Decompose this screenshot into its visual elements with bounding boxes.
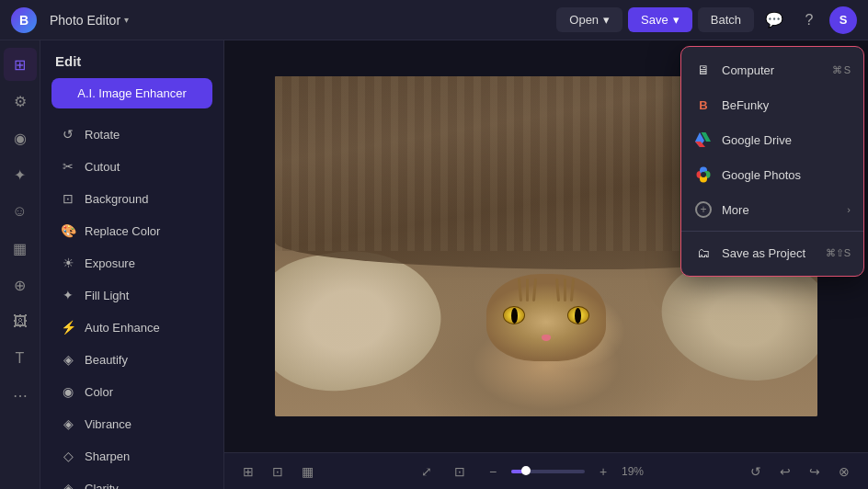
restore-button[interactable]: ↺	[743, 459, 769, 484]
bottom-left-tools: ⊞ ⊡ ▦	[235, 459, 320, 484]
tool-color[interactable]: ◉ Color	[46, 376, 218, 407]
main-layout: ⊞ ⚙ ◉ ✦ ☺ ▦ ⊕ 🖼 T ⋯ Edit A.I. Image Enha…	[0, 40, 868, 489]
sidebar-item-adjust[interactable]: ⚙	[4, 85, 37, 118]
tool-exposure[interactable]: ☀ Exposure	[46, 247, 218, 279]
cat-stripe-4	[570, 279, 575, 301]
computer-label: Computer	[722, 63, 774, 77]
tool-beautify[interactable]: ◈ Beautify	[46, 344, 218, 375]
sidebar-item-more[interactable]: ⋯	[4, 379, 37, 412]
google-drive-label: Google Drive	[722, 133, 792, 147]
google-drive-icon	[694, 131, 713, 149]
sidebar-item-crop[interactable]: ⊞	[4, 48, 37, 81]
open-label: Open	[569, 13, 599, 27]
folder-icon: 🗂	[694, 244, 713, 262]
menu-item-google-photos[interactable]: Google Photos	[681, 157, 863, 192]
tool-replace-color[interactable]: 🎨 Replace Color	[46, 215, 218, 246]
google-photos-icon	[694, 165, 713, 184]
replace-color-label: Replace Color	[85, 224, 160, 238]
cat-pupil-left	[511, 308, 518, 324]
tool-fill-light[interactable]: ✦ Fill Light	[46, 279, 218, 311]
s-key: S	[844, 64, 851, 75]
zoom-in-button[interactable]: +	[590, 459, 616, 484]
menu-item-befunky[interactable]: B BeFunky	[681, 87, 863, 122]
save-dropdown-menu: 🖥 Computer ⌘ S B BeFunky	[680, 46, 864, 277]
sharpen-label: Sharpen	[85, 449, 130, 463]
batch-button[interactable]: Batch	[698, 7, 754, 32]
menu-item-save-project[interactable]: 🗂 Save as Project ⌘⇧S	[681, 235, 863, 270]
exposure-label: Exposure	[85, 256, 135, 270]
canvas-bottom-bar: ⊞ ⊡ ▦ ⤢ ⊡ − + 19% ↺	[224, 452, 868, 489]
cat-nose	[542, 335, 551, 341]
google-photos-label: Google Photos	[722, 168, 801, 182]
ai-enhancer-button[interactable]: A.I. Image Enhancer	[51, 78, 212, 108]
tool-vibrance[interactable]: ◈ Vibrance	[46, 408, 218, 439]
delete-button[interactable]: ⊗	[831, 459, 857, 484]
sharpen-icon: ◇	[61, 449, 75, 463]
auto-enhance-icon: ⚡	[61, 320, 75, 335]
save-project-label: Save as Project	[722, 246, 805, 260]
save-chevron-icon: ▾	[673, 13, 680, 27]
chat-button[interactable]: 💬	[760, 6, 789, 35]
tool-panel: Edit A.I. Image Enhancer ↺ Rotate ✂ Cuto…	[40, 40, 224, 489]
background-icon: ⊡	[61, 191, 75, 206]
replace-color-icon: 🎨	[61, 223, 75, 238]
zoom-slider[interactable]	[511, 470, 585, 473]
beautify-label: Beautify	[85, 353, 128, 367]
exposure-icon: ☀	[61, 256, 75, 270]
cat-stripe-2	[526, 279, 529, 301]
zoom-slider-thumb	[521, 466, 531, 475]
menu-item-more[interactable]: + More ›	[681, 192, 863, 227]
zoom-out-button[interactable]: −	[480, 459, 506, 484]
tool-cutout[interactable]: ✂ Cutout	[46, 151, 218, 182]
open-chevron-icon: ▾	[603, 13, 610, 27]
app-logo: B	[11, 7, 37, 33]
vibrance-icon: ◈	[61, 416, 75, 431]
sidebar-item-texture[interactable]: ▦	[4, 232, 37, 265]
auto-enhance-label: Auto Enhance	[85, 321, 160, 335]
menu-item-google-drive[interactable]: Google Drive	[681, 122, 863, 157]
tool-auto-enhance[interactable]: ⚡ Auto Enhance	[46, 312, 218, 343]
color-label: Color	[85, 385, 113, 399]
clarity-icon: ◈	[61, 481, 75, 489]
sidebar-item-group[interactable]: ⊕	[4, 268, 37, 301]
menu-divider	[681, 231, 863, 232]
undo-button[interactable]: ↩	[772, 459, 798, 484]
befunky-label: BeFunky	[722, 98, 769, 112]
cat-stripe-3	[532, 279, 537, 301]
sidebar-item-image[interactable]: 🖼	[4, 305, 37, 338]
canvas-content: 🖥 Computer ⌘ S B BeFunky	[224, 40, 868, 452]
redo-button[interactable]: ↪	[802, 459, 828, 484]
sidebar-item-effects[interactable]: ✦	[4, 158, 37, 191]
sidebar-item-face[interactable]: ☺	[4, 195, 37, 228]
sidebar-item-eye[interactable]: ◉	[4, 121, 37, 154]
cat-stripe-6	[555, 279, 560, 301]
layers-button[interactable]: ⊞	[235, 459, 261, 484]
cat-stripe-5	[564, 279, 566, 301]
color-icon: ◉	[61, 384, 75, 399]
open-button[interactable]: Open ▾	[556, 7, 622, 32]
menu-item-computer[interactable]: 🖥 Computer ⌘ S	[681, 52, 863, 87]
app-title-button[interactable]: Photo Editor ▾	[44, 9, 134, 31]
avatar-button[interactable]: S	[829, 6, 857, 34]
fit-button[interactable]: ⤢	[414, 459, 440, 484]
app-title-chevron: ▾	[124, 15, 129, 25]
topbar: B Photo Editor ▾ Open ▾ Save ▾ Batch 💬 ?…	[0, 0, 868, 40]
canvas-area: 🖥 Computer ⌘ S B BeFunky	[224, 40, 868, 489]
crop-canvas-button[interactable]: ⊡	[447, 459, 473, 484]
tool-rotate[interactable]: ↺ Rotate	[46, 119, 218, 150]
tool-sharpen[interactable]: ◇ Sharpen	[46, 440, 218, 472]
tool-background[interactable]: ⊡ Background	[46, 183, 218, 214]
cat-stripe-1	[518, 279, 522, 301]
grid-button[interactable]: ▦	[294, 459, 320, 484]
sidebar-item-text[interactable]: T	[4, 342, 37, 375]
save-project-shortcut: ⌘⇧S	[826, 247, 851, 259]
svg-point-7	[701, 172, 706, 177]
save-label: Save	[641, 13, 668, 27]
frame-button[interactable]: ⊡	[265, 459, 291, 484]
save-button[interactable]: Save ▾	[628, 7, 692, 32]
tool-clarity[interactable]: ◈ Clarity	[46, 472, 218, 489]
help-button[interactable]: ?	[794, 6, 824, 35]
cat-eye-right	[567, 306, 589, 324]
vibrance-label: Vibrance	[85, 417, 131, 431]
cmd-symbol: ⌘	[832, 64, 842, 76]
